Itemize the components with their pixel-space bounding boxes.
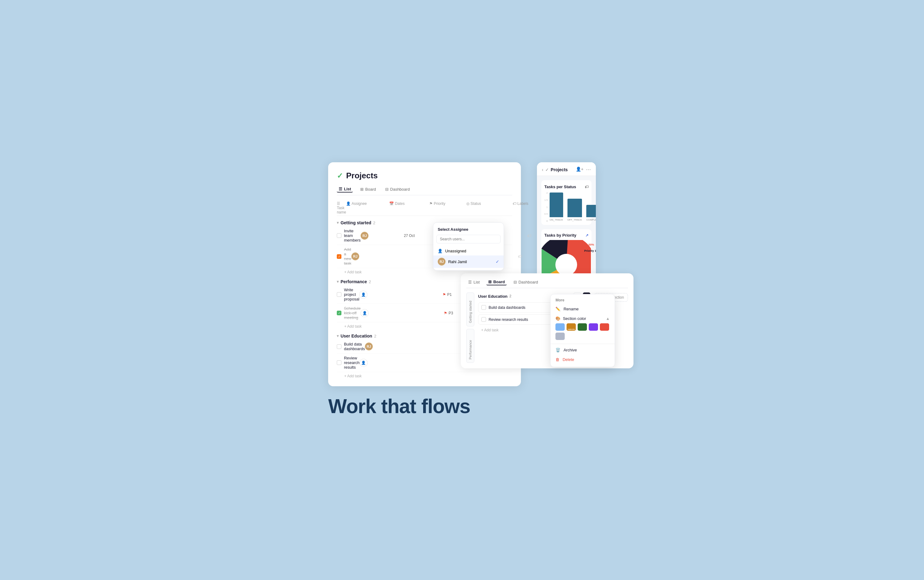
list-icon: ☰ (339, 187, 342, 191)
tab-list[interactable]: ☰ List (337, 186, 353, 193)
bar (567, 199, 582, 217)
section-collapse-icon[interactable]: ▾ (337, 221, 339, 225)
swatch-gold[interactable]: kakrola (567, 323, 576, 331)
pie-chart-title: Tasks by Priority ↗ (544, 233, 589, 237)
swatch-gray[interactable] (556, 333, 565, 340)
board-tab-dashboard[interactable]: ⊟ Dashboard (512, 279, 540, 285)
assignee-cell[interactable]: RJ (365, 343, 408, 351)
assignee-dropdown: Select Assignee 👤 Unassigned RJ Rahi Jam… (433, 222, 504, 270)
external-link-icon[interactable]: ↗ (585, 233, 589, 237)
section-count: 2 (374, 334, 376, 338)
unassigned-icon: 👤 (437, 249, 442, 253)
task-name-cell: ✓ Schedule kick-off meeting (337, 306, 360, 320)
avatar: RJ (365, 343, 373, 351)
swatch-purple[interactable] (589, 323, 598, 331)
add-task-button[interactable]: + Add task (337, 372, 512, 380)
project-title: Projects (346, 171, 378, 180)
more-dropdown-title: More (551, 297, 615, 304)
list-icon: ☰ (468, 280, 472, 285)
task-checkbox[interactable] (482, 305, 486, 310)
section-collapse-icon[interactable]: ▾ (337, 280, 339, 284)
task-checkbox[interactable] (337, 360, 341, 365)
add-user-icon[interactable]: 👤+ (576, 166, 584, 173)
table-header: ☰ Task name 👤 Assignee 📅 Dates ⚑ Priorit… (337, 200, 512, 216)
y-axis: 2 1.5 1 0.5 0 (544, 191, 549, 222)
project-icon: ✓ (337, 171, 343, 180)
more-item-archive[interactable]: 🗑️ Archive (551, 345, 615, 355)
bar-off-track: OFF_TRACK (567, 199, 582, 221)
task-name-cell: Write project proposal (337, 288, 359, 302)
check-circle-icon: ✓ (545, 167, 549, 172)
more-item-delete[interactable]: 🗑 Delete (551, 355, 615, 364)
task-checkbox[interactable] (337, 344, 341, 349)
more-item-rename[interactable]: ✏️ Rename (551, 304, 615, 314)
board-tab-list[interactable]: ☰ List (466, 279, 482, 285)
bar-chart-inner: ON_TRACK OFF_TRACK COMPLETE (549, 191, 596, 222)
palette-icon: 🎨 (556, 316, 561, 321)
section-color-header: 🎨 Section color ▲ (551, 314, 615, 322)
task-checkbox[interactable] (482, 317, 486, 322)
chevron-icon[interactable]: ▲ (606, 316, 610, 321)
assignee-cell[interactable]: 👤 (359, 291, 403, 299)
assignee-cell[interactable]: 👤 (360, 309, 404, 317)
avatar: RJ (360, 232, 368, 240)
task-name-cell: Review research results (337, 356, 360, 369)
col-status: ◎ Status (466, 201, 513, 214)
col-assignee: 👤 Assignee (346, 201, 389, 214)
task-checkbox[interactable]: ✓ (337, 254, 341, 259)
board-section-title: User Education 2 (478, 294, 511, 299)
board-tab-board[interactable]: ⊞ Board (487, 279, 507, 285)
task-name-cell: Build data dashboards (337, 342, 365, 351)
col-task-name: ☰ Task name (337, 201, 346, 214)
color-swatches: kakrola (551, 322, 615, 343)
avatar-empty: 👤 (360, 359, 368, 367)
task-checkbox[interactable] (337, 233, 341, 238)
tab-board[interactable]: ⊞ Board (358, 186, 378, 193)
bar (549, 193, 563, 217)
back-icon[interactable]: ‹ (542, 167, 543, 172)
section-count: 2 (373, 221, 375, 225)
dropdown-item-rahi[interactable]: RJ Rahi Jamil ✓ (433, 255, 504, 268)
pie-label-priority: Priority 17% (584, 249, 595, 252)
col-priority: ⚑ Priority (429, 201, 466, 214)
more-icon[interactable]: ⋯ (586, 166, 591, 173)
tab-dashboard[interactable]: ⊟ Dashboard (383, 186, 412, 193)
svg-point-4 (556, 254, 577, 275)
board-col-getting-started: Getting started (466, 292, 474, 326)
task-name-cell: ✓ Add a new task (337, 247, 351, 265)
tag-icon: 🏷 (585, 185, 589, 189)
view-tabs: ☰ List ⊞ Board ⊟ Dashboard (337, 186, 512, 195)
swatch-darkgreen[interactable] (578, 323, 587, 331)
more-dropdown: More ✏️ Rename 🎨 Section color ▲ kakrola… (550, 294, 615, 367)
assignee-cell[interactable]: RJ (351, 252, 395, 260)
check-icon: ✓ (496, 259, 499, 264)
task-checkbox[interactable] (337, 292, 341, 297)
bar-complete: COMPLETE (586, 205, 596, 221)
col-dates: 📅 Dates (389, 201, 429, 214)
swatch-red[interactable] (600, 323, 609, 331)
mobile-header: ‹ ✓ Projects 👤+ ⋯ (537, 162, 596, 176)
dropdown-item-unassigned[interactable]: 👤 Unassigned (433, 247, 504, 255)
priority-flag: ⚑ (444, 311, 447, 315)
task-name-cell: Invite team members (337, 229, 360, 242)
bar (586, 205, 596, 217)
board-col-performance: Performance (466, 329, 474, 363)
section-collapse-icon[interactable]: ▾ (337, 334, 339, 338)
avatar: RJ (437, 258, 446, 265)
task-checkbox[interactable]: ✓ (337, 311, 341, 315)
assignee-cell[interactable]: RJ (360, 232, 404, 240)
bar-chart-wrapper: 2 1.5 1 0.5 0 ON_TRACK (544, 191, 589, 222)
pie-label-p1: P1 50% (584, 243, 594, 246)
dropdown-search-input[interactable] (436, 235, 501, 244)
swatch-blue[interactable] (556, 323, 565, 331)
board-icon2: ⊞ (488, 280, 492, 284)
bar-on-track: ON_TRACK (549, 193, 563, 221)
section-title: Performance (340, 279, 367, 284)
tagline: Work that flows (328, 395, 596, 418)
delete-icon: 🗑 (556, 357, 559, 362)
bar-chart-title: Tasks per Status 🏷 (544, 185, 589, 189)
assignee-cell[interactable]: 👤 (360, 359, 403, 367)
swatch-label: kakrola (568, 328, 575, 330)
dashboard-icon: ⊟ (385, 187, 389, 191)
archive-icon: 🗑️ (556, 348, 561, 352)
